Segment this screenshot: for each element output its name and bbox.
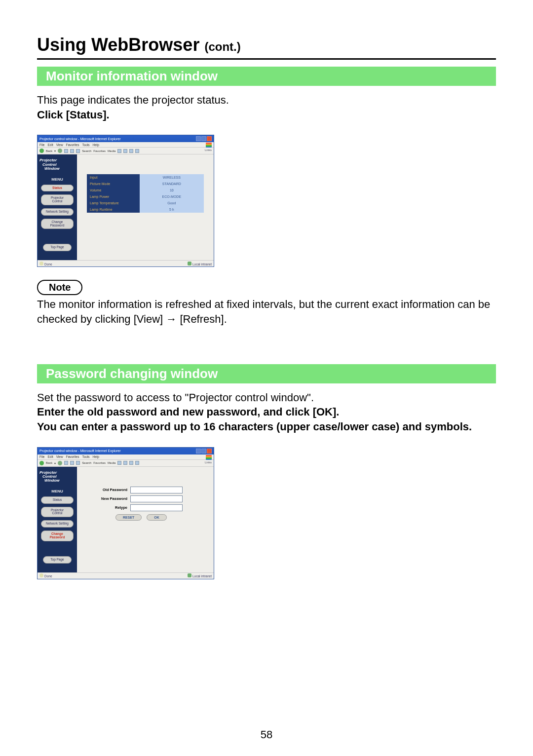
note-pill: Note: [37, 280, 82, 295]
section2-p3: You can enter a password up to 16 charac…: [37, 419, 496, 434]
ie-favorites-label[interactable]: Favorites: [93, 150, 106, 152]
ie-toolbar: Back ▾ Search Favorites Media Links: [38, 460, 214, 467]
ie-favorites-label[interactable]: Favorites: [93, 461, 106, 464]
ie-statusbar: Done Local intranet: [38, 260, 214, 266]
status-val-picture-mode: STANDARD: [140, 181, 204, 187]
forward-icon[interactable]: [58, 149, 62, 153]
ie-back-label[interactable]: Back: [46, 461, 52, 464]
ie-maximize-button[interactable]: [201, 449, 206, 454]
ie-throbber-icon: [206, 455, 212, 460]
ie-search-label[interactable]: Search: [82, 150, 91, 152]
ie-close-button[interactable]: [207, 449, 212, 454]
mail-icon[interactable]: [123, 461, 127, 465]
home-icon[interactable]: [76, 461, 80, 465]
print-icon[interactable]: [129, 149, 133, 153]
ie-media-label[interactable]: Media: [108, 150, 115, 152]
ie-menu-edit[interactable]: Edit: [47, 143, 53, 147]
home-icon[interactable]: [76, 149, 80, 153]
ie-menu-file[interactable]: File: [39, 455, 44, 458]
stop-icon[interactable]: [64, 461, 68, 465]
ok-button[interactable]: OK: [147, 514, 167, 521]
ie-close-button[interactable]: [207, 136, 212, 141]
sidebar-projector-control-button[interactable]: Projector Control: [41, 507, 74, 518]
sidebar-top-page-button[interactable]: Top Page: [43, 556, 72, 564]
ie-throbber-icon: [206, 143, 212, 148]
ie-links-label[interactable]: Links: [205, 461, 212, 464]
ie-menu-edit[interactable]: Edit: [47, 455, 53, 458]
refresh-icon[interactable]: [70, 461, 74, 465]
ie-window-password: Projector control window - Microsoft Int…: [37, 447, 214, 579]
refresh-icon[interactable]: [70, 149, 74, 153]
sidebar-status-button[interactable]: Status: [41, 496, 74, 504]
page-title-cont: (cont.): [204, 40, 240, 53]
ie-maximize-button[interactable]: [201, 136, 206, 141]
ie-menu-view[interactable]: View: [56, 455, 63, 458]
edit-icon[interactable]: [135, 149, 139, 153]
ie-menubar: File Edit View Favorites Tools Help: [38, 142, 214, 148]
mail-icon[interactable]: [123, 149, 127, 153]
sidebar-change-password-button[interactable]: Change Password: [41, 219, 74, 229]
ie-statusbar: Done Local intranet: [38, 572, 214, 579]
ie-window-status: Projector control window - Microsoft Int…: [37, 135, 214, 267]
section2-p2: Enter the old password and new password,…: [37, 405, 496, 419]
back-icon[interactable]: [39, 461, 44, 465]
history-icon[interactable]: [117, 149, 121, 153]
ie-status-zone: Local intranet: [192, 574, 212, 578]
retype-password-label: Retype: [87, 505, 130, 510]
status-table: InputWIRELESS Picture ModeSTANDARD Volum…: [87, 174, 204, 213]
status-key-lamp-temp: Lamp Temperature: [87, 200, 140, 206]
ie-menu-favorites[interactable]: Favorites: [66, 455, 79, 458]
table-row: Volume10: [87, 187, 204, 193]
sidebar-network-setting-button[interactable]: Network Setting: [41, 520, 74, 528]
edit-icon[interactable]: [135, 461, 139, 465]
status-val-lamp-power: ECO-MODE: [140, 193, 204, 200]
projector-sidebar: Projector Control Window MENU Status Pro…: [38, 154, 77, 260]
sidebar-change-password-button[interactable]: Change Password: [41, 530, 74, 541]
sidebar-network-setting-button[interactable]: Network Setting: [41, 208, 74, 216]
reset-button[interactable]: RESET: [115, 514, 142, 521]
ie-menu-tools[interactable]: Tools: [82, 143, 89, 147]
zone-icon: [188, 573, 191, 577]
ie-menu-favorites[interactable]: Favorites: [66, 143, 79, 147]
sidebar-status-button[interactable]: Status: [41, 185, 74, 192]
page-number: 58: [0, 728, 533, 741]
back-icon[interactable]: [39, 149, 44, 153]
ie-menu-help[interactable]: Help: [93, 143, 99, 147]
new-password-field[interactable]: [130, 495, 183, 502]
status-val-input: WIRELESS: [140, 174, 204, 181]
ie-media-label[interactable]: Media: [108, 461, 115, 464]
ie-status-done: Done: [44, 263, 52, 266]
page-title: Using WebBrowser (cont.): [37, 35, 496, 55]
projector-logo: Projector Control Window: [39, 158, 75, 171]
sidebar-top-page-button[interactable]: Top Page: [43, 244, 72, 251]
ie-links-label[interactable]: Links: [205, 149, 212, 151]
ie-menu-tools[interactable]: Tools: [82, 455, 89, 458]
retype-password-field[interactable]: [130, 504, 183, 511]
section-password-title: Password changing window: [37, 364, 496, 383]
forward-icon[interactable]: [58, 461, 62, 465]
new-password-label: New Password: [87, 496, 130, 501]
ie-title-text: Projector control window - Microsoft Int…: [39, 449, 121, 453]
ie-back-label[interactable]: Back: [46, 150, 52, 152]
status-main: InputWIRELESS Picture ModeSTANDARD Volum…: [77, 154, 214, 260]
zone-icon: [188, 262, 191, 265]
ie-minimize-button[interactable]: [196, 449, 201, 454]
history-icon[interactable]: [117, 461, 121, 465]
ie-menu-file[interactable]: File: [39, 143, 44, 147]
ie-search-label[interactable]: Search: [82, 461, 91, 464]
status-key-lamp-power: Lamp Power: [87, 193, 140, 200]
old-password-field[interactable]: [130, 487, 183, 493]
table-row: Lamp Runtime5 h: [87, 206, 204, 213]
done-icon: [39, 573, 43, 577]
ie-toolbar: Back ▾ Search Favorites Media Links: [38, 148, 214, 154]
ie-minimize-button[interactable]: [196, 136, 201, 141]
table-row: Picture ModeSTANDARD: [87, 181, 204, 187]
status-key-input: Input: [87, 174, 140, 181]
sidebar-projector-control-button[interactable]: Projector Control: [41, 194, 74, 205]
ie-menu-help[interactable]: Help: [93, 455, 99, 458]
stop-icon[interactable]: [64, 149, 68, 153]
ie-status-zone: Local intranet: [192, 263, 212, 266]
print-icon[interactable]: [129, 461, 133, 465]
ie-menu-view[interactable]: View: [56, 143, 63, 147]
password-main: Old Password New Password Retype RE: [77, 467, 214, 572]
